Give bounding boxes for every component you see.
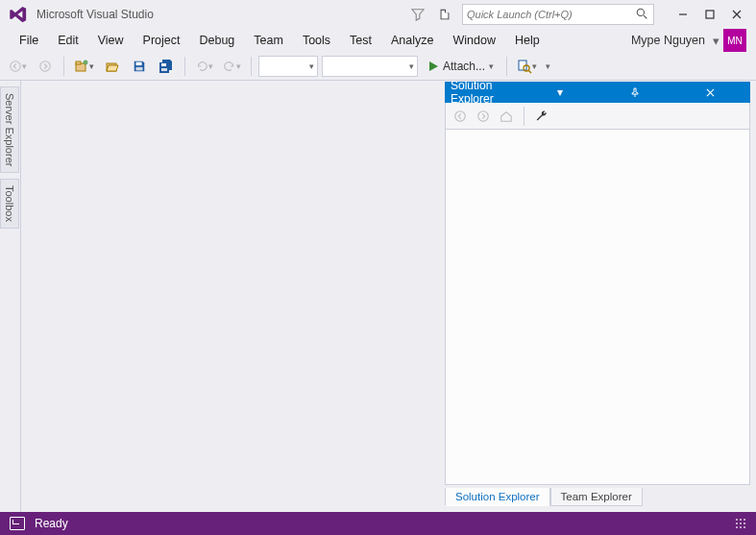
tab-team-explorer[interactable]: Team Explorer (550, 488, 643, 506)
menu-project[interactable]: Project (134, 32, 190, 49)
search-icon (636, 8, 649, 21)
chevron-down-icon: ▾ (489, 61, 494, 71)
menu-file[interactable]: File (10, 32, 48, 49)
status-bar: Ready (0, 512, 756, 535)
notifications-icon[interactable] (435, 5, 454, 24)
user-avatar[interactable]: MN (723, 29, 746, 52)
chevron-down-icon: ▾ (409, 61, 414, 71)
forward-icon[interactable] (475, 108, 492, 125)
document-well: Solution Explorer ▾ Solution Explorer Te… (21, 81, 756, 512)
toolbox-tab[interactable]: Toolbox (0, 179, 19, 229)
vs-logo-icon (8, 4, 29, 25)
pin-icon[interactable] (600, 85, 670, 99)
svg-point-5 (40, 61, 51, 71)
status-mode-icon (10, 517, 25, 530)
svg-rect-10 (136, 61, 142, 65)
user-name[interactable]: Mype Nguyen (627, 34, 709, 47)
svg-point-0 (637, 9, 644, 15)
wrench-icon[interactable] (533, 108, 550, 125)
redo-button[interactable]: ▾ (220, 55, 244, 78)
chevron-down-icon: ▾ (208, 61, 213, 71)
menu-test[interactable]: Test (340, 32, 381, 49)
resize-grip-icon[interactable] (735, 518, 746, 529)
menu-help[interactable]: Help (505, 32, 549, 49)
toolbar-overflow-icon[interactable]: ▾ (546, 61, 550, 71)
standard-toolbar: ▾ ▾ ▾ ▾ ▾ ▾ Attac (0, 52, 756, 81)
chevron-down-icon: ▾ (22, 61, 27, 71)
nav-back-button[interactable]: ▾ (6, 55, 30, 78)
svg-line-16 (528, 70, 531, 73)
menu-team[interactable]: Team (244, 32, 293, 49)
menu-tools[interactable]: Tools (293, 32, 340, 49)
menu-window[interactable]: Window (444, 32, 505, 49)
attach-debugger-button[interactable]: Attach... ▾ (422, 55, 500, 78)
solution-explorer-panel: Solution Explorer ▾ Solution Explorer Te… (445, 82, 750, 506)
chevron-down-icon: ▾ (532, 61, 537, 71)
save-button[interactable] (128, 55, 151, 78)
menu-edit[interactable]: Edit (48, 32, 88, 49)
solution-explorer-titlebar[interactable]: Solution Explorer ▾ (445, 82, 750, 103)
svg-point-4 (11, 61, 21, 71)
save-all-button[interactable] (155, 55, 178, 78)
title-bar: Microsoft Visual Studio (0, 0, 756, 29)
attach-label: Attach... (443, 60, 485, 73)
svg-line-1 (644, 15, 646, 18)
svg-rect-11 (136, 66, 143, 70)
solution-config-combo[interactable]: ▾ (258, 56, 318, 77)
menu-debug[interactable]: Debug (189, 32, 244, 49)
menu-view[interactable]: View (88, 32, 134, 49)
svg-rect-3 (706, 11, 714, 18)
minimize-button[interactable] (670, 4, 696, 25)
svg-rect-13 (161, 68, 167, 71)
panel-tab-strip: Solution Explorer Team Explorer (445, 485, 750, 506)
panel-menu-caret-icon[interactable]: ▾ (525, 85, 595, 99)
app-title: Microsoft Visual Studio (37, 8, 154, 21)
maximize-button[interactable] (696, 4, 723, 25)
panel-title-text: Solution Explorer (451, 79, 520, 106)
solution-explorer-toolbar (445, 103, 750, 130)
solution-explorer-tree[interactable] (445, 130, 750, 485)
play-icon (427, 61, 439, 72)
menu-analyze[interactable]: Analyze (381, 32, 443, 49)
svg-point-17 (455, 110, 466, 121)
solution-platform-combo[interactable]: ▾ (322, 56, 418, 77)
user-menu-caret-icon[interactable]: ▾ (709, 34, 723, 48)
find-in-files-button[interactable]: ▾ (514, 55, 540, 78)
svg-rect-12 (161, 63, 166, 66)
chevron-down-icon: ▾ (236, 61, 241, 71)
svg-point-18 (478, 110, 489, 121)
quick-launch-box[interactable] (462, 4, 654, 25)
back-icon[interactable] (451, 108, 469, 125)
home-icon[interactable] (498, 108, 515, 125)
nav-forward-button[interactable] (34, 55, 57, 78)
undo-button[interactable]: ▾ (192, 55, 216, 78)
open-file-button[interactable] (101, 55, 124, 78)
new-project-button[interactable]: ▾ (71, 55, 97, 78)
chevron-down-icon: ▾ (89, 61, 94, 71)
filter-icon[interactable] (408, 5, 427, 24)
left-dock: Server Explorer Toolbox (0, 81, 21, 512)
chevron-down-icon: ▾ (309, 61, 314, 71)
menu-bar: File Edit View Project Debug Team Tools … (0, 29, 756, 52)
quick-launch-input[interactable] (467, 9, 636, 20)
status-text: Ready (35, 517, 68, 530)
server-explorer-tab[interactable]: Server Explorer (0, 86, 19, 173)
close-icon[interactable] (675, 85, 744, 99)
close-button[interactable] (723, 4, 750, 25)
tab-solution-explorer[interactable]: Solution Explorer (445, 488, 550, 506)
svg-rect-7 (76, 61, 81, 64)
